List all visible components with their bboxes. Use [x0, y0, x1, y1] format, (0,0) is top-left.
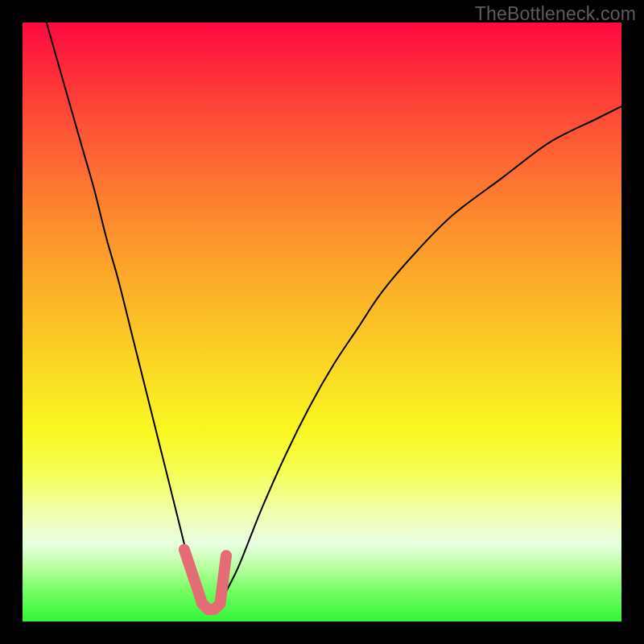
- watermark-label: TheBottleneck.com: [475, 3, 636, 25]
- bottleneck-curve: [47, 23, 621, 610]
- curve-svg: [23, 23, 621, 621]
- chart-frame: TheBottleneck.com: [0, 0, 644, 644]
- highlighted-points: [184, 550, 226, 609]
- plot-area: [23, 23, 621, 621]
